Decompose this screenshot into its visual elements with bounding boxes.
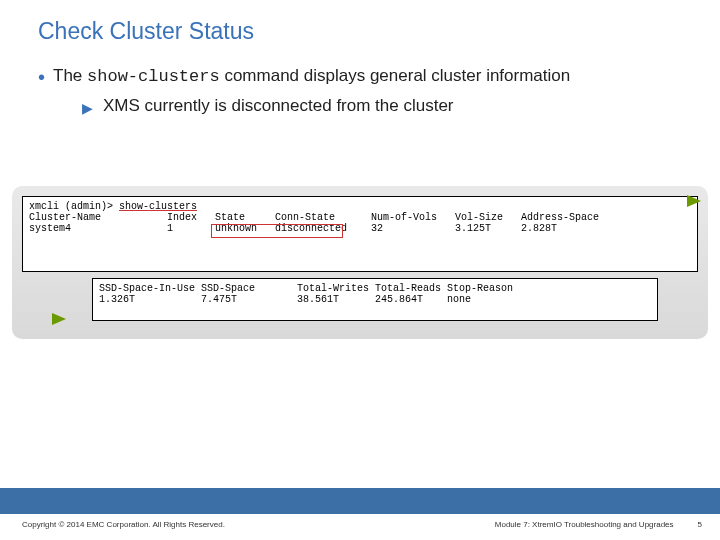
play-marker-right-icon	[687, 195, 701, 207]
term2-data-row: 1.326T 7.475T 38.561T 245.864T none	[99, 294, 471, 305]
bullet-dot-icon: •	[38, 67, 45, 87]
copyright-text: Copyright © 2014 EMC Corporation. All Ri…	[22, 520, 225, 529]
footer-bar	[0, 488, 720, 514]
main-bullet: • The show-clusters command displays gen…	[38, 65, 682, 88]
content-area: • The show-clusters command displays gen…	[0, 45, 720, 116]
arrow-right-icon: ▶	[82, 100, 93, 116]
sub-bullet-text: XMS currently is disconnected from the c…	[103, 96, 454, 116]
play-marker-left-icon	[52, 313, 66, 325]
term-header-row: Cluster-Name Index State Conn-State Num-…	[29, 212, 599, 223]
term-command: show-clusters	[119, 201, 197, 212]
highlight-box-icon	[211, 224, 343, 238]
sub-bullet: ▶ XMS currently is disconnected from the…	[82, 96, 682, 116]
term2-header-row: SSD-Space-In-Use SSD-Space Total-Writes …	[99, 283, 513, 294]
module-text: Module 7: XtremIO Troubleshooting and Up…	[495, 520, 674, 529]
term-prompt: xmcli (admin)>	[29, 201, 119, 212]
terminal-block-1: xmcli (admin)> show-clusters Cluster-Nam…	[22, 196, 698, 272]
page-number: 5	[698, 520, 702, 529]
footer: Copyright © 2014 EMC Corporation. All Ri…	[0, 488, 720, 540]
page-title: Check Cluster Status	[0, 0, 720, 45]
terminal-block-2: SSD-Space-In-Use SSD-Space Total-Writes …	[92, 278, 658, 321]
bullet-post: command displays general cluster informa…	[220, 66, 571, 85]
bullet-text: The show-clusters command displays gener…	[53, 65, 570, 88]
bullet-pre: The	[53, 66, 87, 85]
terminal-panel: xmcli (admin)> show-clusters Cluster-Nam…	[12, 186, 708, 339]
footer-row: Copyright © 2014 EMC Corporation. All Ri…	[0, 514, 720, 529]
bullet-cmd: show-clusters	[87, 67, 220, 86]
